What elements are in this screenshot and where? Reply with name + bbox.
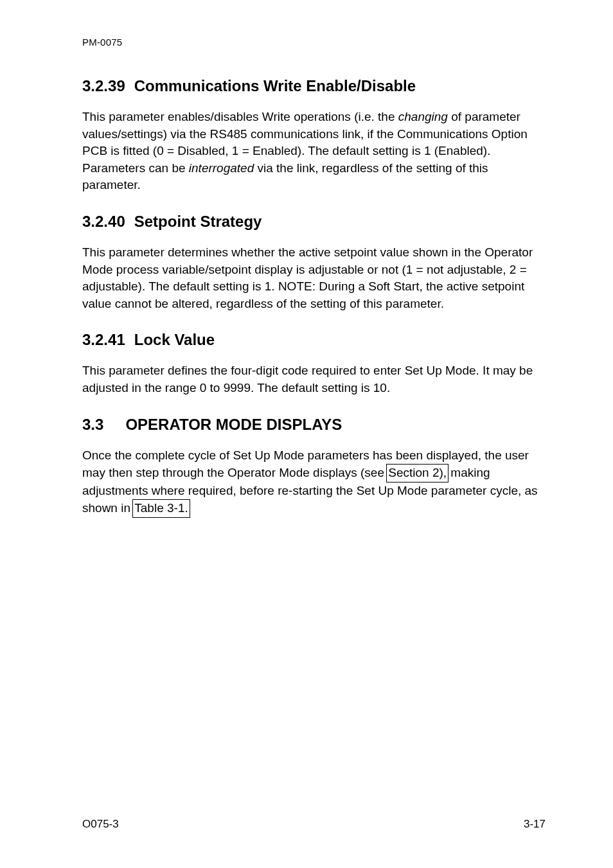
section-body-3-2-40: This parameter determines whether the ac… xyxy=(82,244,546,312)
section-number: 3.3 xyxy=(82,415,103,434)
section-heading-3-2-41: 3.2.41 Lock Value xyxy=(82,330,546,350)
page-footer: O075-3 3-17 xyxy=(82,818,546,831)
document-header-id: PM-0075 xyxy=(82,37,546,48)
footer-right: 3-17 xyxy=(524,818,546,831)
section-heading-3-2-39: 3.2.39 Communications Write Enable/Disab… xyxy=(82,76,546,96)
section-title: Setpoint Strategy xyxy=(134,212,546,231)
section-body-3-2-39: This parameter enables/disables Write op… xyxy=(82,109,546,194)
section-body-3-3: Once the complete cycle of Set Up Mode p… xyxy=(82,447,546,518)
section-title: Communications Write Enable/Disable xyxy=(134,76,546,96)
section-number: 3.2.39 xyxy=(82,76,125,96)
section-body-3-2-41: This parameter defines the four-digit co… xyxy=(82,362,546,396)
section-title: Lock Value xyxy=(134,330,546,350)
section-number: 3.2.40 xyxy=(82,212,125,231)
section-title: OPERATOR MODE DISPLAYS xyxy=(125,415,546,434)
section-heading-3-3: 3.3 OPERATOR MODE DISPLAYS xyxy=(82,415,546,434)
section-heading-3-2-40: 3.2.40 Setpoint Strategy xyxy=(82,212,546,231)
page: PM-0075 3.2.39 Communications Write Enab… xyxy=(0,0,613,868)
section-number: 3.2.41 xyxy=(82,330,125,350)
footer-left: O075-3 xyxy=(82,818,119,831)
